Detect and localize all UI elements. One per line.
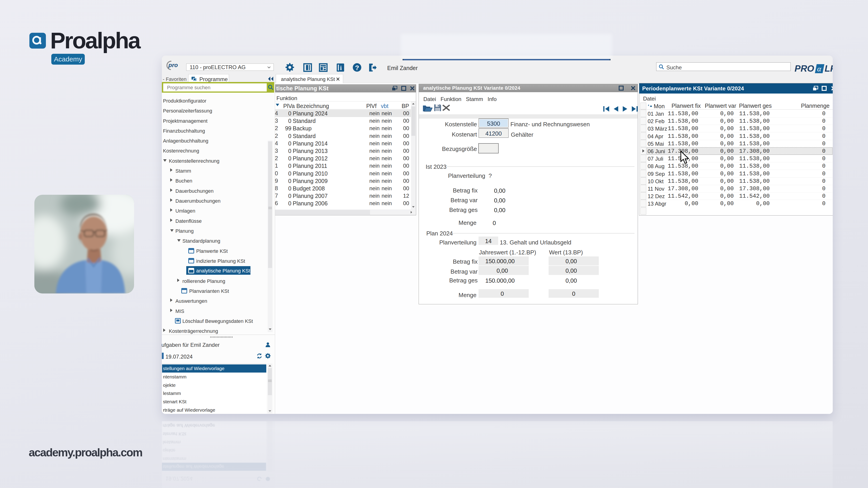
svg-text:pro: pro — [168, 62, 178, 68]
svg-text:PRO: PRO — [795, 64, 814, 73]
svg-text:?: ? — [355, 64, 359, 71]
svg-text:i: i — [340, 64, 342, 71]
svg-text:α: α — [817, 65, 822, 73]
svg-text:LPH: LPH — [825, 64, 833, 73]
